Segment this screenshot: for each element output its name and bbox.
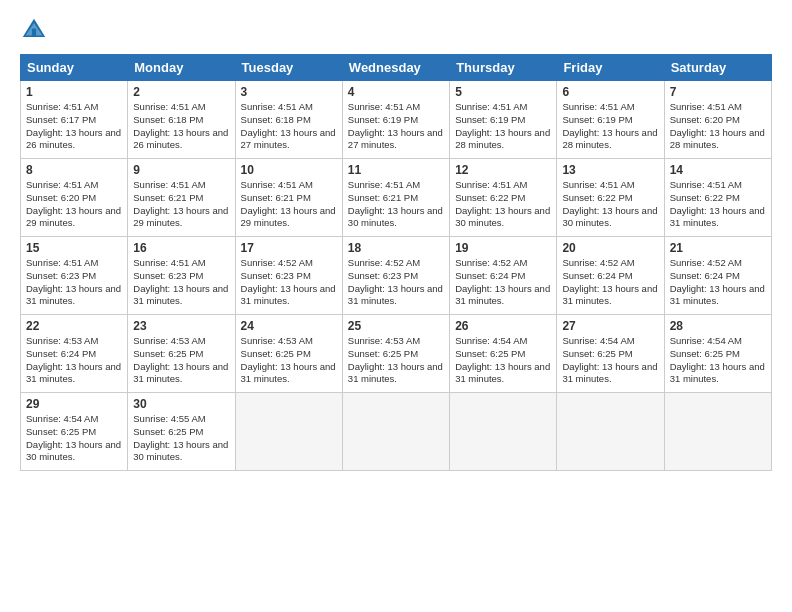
day-number: 8	[26, 163, 122, 177]
day-number: 21	[670, 241, 766, 255]
cell-info: Sunrise: 4:52 AM Sunset: 6:23 PM Dayligh…	[348, 257, 444, 308]
calendar-cell: 22Sunrise: 4:53 AM Sunset: 6:24 PM Dayli…	[21, 315, 128, 393]
calendar-header-saturday: Saturday	[664, 55, 771, 81]
day-number: 4	[348, 85, 444, 99]
cell-info: Sunrise: 4:54 AM Sunset: 6:25 PM Dayligh…	[26, 413, 122, 464]
calendar-cell	[450, 393, 557, 471]
calendar-cell	[664, 393, 771, 471]
day-number: 28	[670, 319, 766, 333]
day-number: 22	[26, 319, 122, 333]
calendar-header-friday: Friday	[557, 55, 664, 81]
cell-info: Sunrise: 4:51 AM Sunset: 6:19 PM Dayligh…	[455, 101, 551, 152]
cell-info: Sunrise: 4:51 AM Sunset: 6:23 PM Dayligh…	[26, 257, 122, 308]
cell-info: Sunrise: 4:54 AM Sunset: 6:25 PM Dayligh…	[562, 335, 658, 386]
cell-info: Sunrise: 4:51 AM Sunset: 6:21 PM Dayligh…	[348, 179, 444, 230]
calendar-cell: 16Sunrise: 4:51 AM Sunset: 6:23 PM Dayli…	[128, 237, 235, 315]
calendar-cell: 18Sunrise: 4:52 AM Sunset: 6:23 PM Dayli…	[342, 237, 449, 315]
calendar-cell: 14Sunrise: 4:51 AM Sunset: 6:22 PM Dayli…	[664, 159, 771, 237]
calendar-header-row: SundayMondayTuesdayWednesdayThursdayFrid…	[21, 55, 772, 81]
day-number: 14	[670, 163, 766, 177]
calendar-cell: 15Sunrise: 4:51 AM Sunset: 6:23 PM Dayli…	[21, 237, 128, 315]
calendar-table: SundayMondayTuesdayWednesdayThursdayFrid…	[20, 54, 772, 471]
calendar-cell: 11Sunrise: 4:51 AM Sunset: 6:21 PM Dayli…	[342, 159, 449, 237]
cell-info: Sunrise: 4:51 AM Sunset: 6:18 PM Dayligh…	[133, 101, 229, 152]
day-number: 20	[562, 241, 658, 255]
day-number: 7	[670, 85, 766, 99]
cell-info: Sunrise: 4:51 AM Sunset: 6:18 PM Dayligh…	[241, 101, 337, 152]
logo	[20, 16, 52, 44]
day-number: 30	[133, 397, 229, 411]
calendar-cell: 28Sunrise: 4:54 AM Sunset: 6:25 PM Dayli…	[664, 315, 771, 393]
day-number: 2	[133, 85, 229, 99]
cell-info: Sunrise: 4:51 AM Sunset: 6:22 PM Dayligh…	[562, 179, 658, 230]
calendar-cell: 12Sunrise: 4:51 AM Sunset: 6:22 PM Dayli…	[450, 159, 557, 237]
calendar-cell	[557, 393, 664, 471]
calendar-week-row: 22Sunrise: 4:53 AM Sunset: 6:24 PM Dayli…	[21, 315, 772, 393]
cell-info: Sunrise: 4:55 AM Sunset: 6:25 PM Dayligh…	[133, 413, 229, 464]
calendar-cell: 23Sunrise: 4:53 AM Sunset: 6:25 PM Dayli…	[128, 315, 235, 393]
page: SundayMondayTuesdayWednesdayThursdayFrid…	[0, 0, 792, 612]
cell-info: Sunrise: 4:51 AM Sunset: 6:19 PM Dayligh…	[562, 101, 658, 152]
day-number: 29	[26, 397, 122, 411]
calendar-week-row: 15Sunrise: 4:51 AM Sunset: 6:23 PM Dayli…	[21, 237, 772, 315]
cell-info: Sunrise: 4:54 AM Sunset: 6:25 PM Dayligh…	[455, 335, 551, 386]
cell-info: Sunrise: 4:54 AM Sunset: 6:25 PM Dayligh…	[670, 335, 766, 386]
cell-info: Sunrise: 4:51 AM Sunset: 6:22 PM Dayligh…	[670, 179, 766, 230]
calendar-header-wednesday: Wednesday	[342, 55, 449, 81]
calendar-header-monday: Monday	[128, 55, 235, 81]
cell-info: Sunrise: 4:51 AM Sunset: 6:21 PM Dayligh…	[241, 179, 337, 230]
calendar-cell: 27Sunrise: 4:54 AM Sunset: 6:25 PM Dayli…	[557, 315, 664, 393]
calendar-cell: 19Sunrise: 4:52 AM Sunset: 6:24 PM Dayli…	[450, 237, 557, 315]
day-number: 15	[26, 241, 122, 255]
cell-info: Sunrise: 4:51 AM Sunset: 6:20 PM Dayligh…	[26, 179, 122, 230]
day-number: 12	[455, 163, 551, 177]
day-number: 18	[348, 241, 444, 255]
calendar-header-tuesday: Tuesday	[235, 55, 342, 81]
day-number: 26	[455, 319, 551, 333]
cell-info: Sunrise: 4:51 AM Sunset: 6:17 PM Dayligh…	[26, 101, 122, 152]
calendar-cell	[342, 393, 449, 471]
calendar-cell	[235, 393, 342, 471]
calendar-week-row: 29Sunrise: 4:54 AM Sunset: 6:25 PM Dayli…	[21, 393, 772, 471]
cell-info: Sunrise: 4:52 AM Sunset: 6:24 PM Dayligh…	[670, 257, 766, 308]
calendar-cell: 3Sunrise: 4:51 AM Sunset: 6:18 PM Daylig…	[235, 81, 342, 159]
day-number: 19	[455, 241, 551, 255]
calendar-cell: 6Sunrise: 4:51 AM Sunset: 6:19 PM Daylig…	[557, 81, 664, 159]
day-number: 1	[26, 85, 122, 99]
calendar-cell: 25Sunrise: 4:53 AM Sunset: 6:25 PM Dayli…	[342, 315, 449, 393]
calendar-cell: 24Sunrise: 4:53 AM Sunset: 6:25 PM Dayli…	[235, 315, 342, 393]
day-number: 24	[241, 319, 337, 333]
calendar-cell: 10Sunrise: 4:51 AM Sunset: 6:21 PM Dayli…	[235, 159, 342, 237]
calendar-cell: 2Sunrise: 4:51 AM Sunset: 6:18 PM Daylig…	[128, 81, 235, 159]
cell-info: Sunrise: 4:51 AM Sunset: 6:23 PM Dayligh…	[133, 257, 229, 308]
day-number: 9	[133, 163, 229, 177]
calendar-cell: 29Sunrise: 4:54 AM Sunset: 6:25 PM Dayli…	[21, 393, 128, 471]
calendar-cell: 21Sunrise: 4:52 AM Sunset: 6:24 PM Dayli…	[664, 237, 771, 315]
day-number: 6	[562, 85, 658, 99]
logo-icon	[20, 16, 48, 44]
cell-info: Sunrise: 4:52 AM Sunset: 6:24 PM Dayligh…	[455, 257, 551, 308]
calendar-cell: 4Sunrise: 4:51 AM Sunset: 6:19 PM Daylig…	[342, 81, 449, 159]
day-number: 10	[241, 163, 337, 177]
calendar-cell: 5Sunrise: 4:51 AM Sunset: 6:19 PM Daylig…	[450, 81, 557, 159]
day-number: 25	[348, 319, 444, 333]
cell-info: Sunrise: 4:52 AM Sunset: 6:23 PM Dayligh…	[241, 257, 337, 308]
calendar-cell: 20Sunrise: 4:52 AM Sunset: 6:24 PM Dayli…	[557, 237, 664, 315]
calendar-week-row: 1Sunrise: 4:51 AM Sunset: 6:17 PM Daylig…	[21, 81, 772, 159]
cell-info: Sunrise: 4:53 AM Sunset: 6:25 PM Dayligh…	[348, 335, 444, 386]
header	[20, 16, 772, 44]
cell-info: Sunrise: 4:53 AM Sunset: 6:24 PM Dayligh…	[26, 335, 122, 386]
cell-info: Sunrise: 4:51 AM Sunset: 6:19 PM Dayligh…	[348, 101, 444, 152]
svg-rect-2	[32, 29, 36, 37]
calendar-cell: 9Sunrise: 4:51 AM Sunset: 6:21 PM Daylig…	[128, 159, 235, 237]
day-number: 5	[455, 85, 551, 99]
day-number: 11	[348, 163, 444, 177]
calendar-week-row: 8Sunrise: 4:51 AM Sunset: 6:20 PM Daylig…	[21, 159, 772, 237]
calendar-header-thursday: Thursday	[450, 55, 557, 81]
calendar-cell: 13Sunrise: 4:51 AM Sunset: 6:22 PM Dayli…	[557, 159, 664, 237]
cell-info: Sunrise: 4:51 AM Sunset: 6:21 PM Dayligh…	[133, 179, 229, 230]
calendar-cell: 26Sunrise: 4:54 AM Sunset: 6:25 PM Dayli…	[450, 315, 557, 393]
day-number: 3	[241, 85, 337, 99]
calendar-cell: 1Sunrise: 4:51 AM Sunset: 6:17 PM Daylig…	[21, 81, 128, 159]
cell-info: Sunrise: 4:53 AM Sunset: 6:25 PM Dayligh…	[133, 335, 229, 386]
